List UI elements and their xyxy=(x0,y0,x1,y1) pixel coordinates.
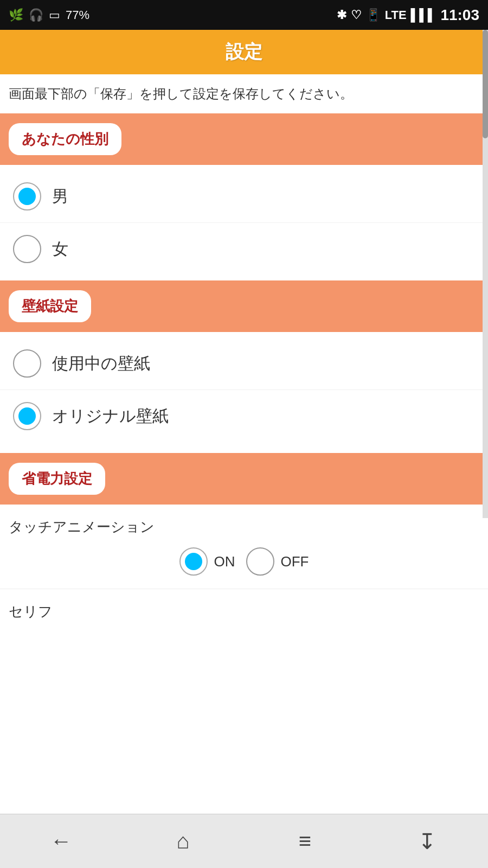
wallpaper-section-label: 壁紙設定 xyxy=(9,290,91,322)
time-display: 11:03 xyxy=(440,7,479,24)
wallpaper-current-option[interactable]: 使用中の壁紙 xyxy=(0,337,488,390)
page-title: 設定 xyxy=(10,40,478,65)
touch-animation-row: タッチアニメーション ON OFF xyxy=(0,505,488,589)
wallpaper-current-radio[interactable] xyxy=(13,349,41,378)
download-icon: ↧ xyxy=(418,829,436,854)
toggle-on-label: ON xyxy=(214,553,235,570)
scrollbar-thumb[interactable] xyxy=(483,30,488,138)
wallpaper-original-label: オリジナル壁紙 xyxy=(52,405,169,427)
back-icon: ← xyxy=(50,829,72,853)
toggle-off-option[interactable]: OFF xyxy=(246,547,309,576)
gender-female-label: 女 xyxy=(52,238,68,260)
toggle-on-radio[interactable] xyxy=(179,547,208,576)
wallpaper-original-option[interactable]: オリジナル壁紙 xyxy=(0,390,488,442)
wallpaper-section-header: 壁紙設定 xyxy=(0,280,488,332)
gender-radio-group: 男 女 xyxy=(0,165,488,280)
wallpaper-radio-group: 使用中の壁紙 オリジナル壁紙 xyxy=(0,332,488,448)
signal-icon: ▌▌▌ xyxy=(411,8,436,22)
status-right-icons: ✱ ♡ 📱 LTE ▌▌▌ 11:03 xyxy=(337,7,479,24)
home-button[interactable]: ⌂ xyxy=(156,822,210,860)
wallpaper-current-label: 使用中の壁紙 xyxy=(52,353,150,375)
power-section-label: 省電力設定 xyxy=(9,463,105,495)
wallpaper-original-radio[interactable] xyxy=(13,402,41,430)
toggle-row: ON OFF xyxy=(9,547,479,576)
heart-icon: ♡ xyxy=(351,8,362,22)
gender-male-radio[interactable] xyxy=(13,182,41,210)
touch-animation-label: タッチアニメーション xyxy=(9,518,479,537)
menu-icon: ≡ xyxy=(299,829,311,853)
gender-section-header: あなたの性別 xyxy=(0,113,488,165)
toggle-on-option[interactable]: ON xyxy=(179,547,235,576)
toggle-on-radio-inner xyxy=(185,553,202,570)
home-icon: ⌂ xyxy=(176,829,189,853)
power-section: 省電力設定 タッチアニメーション ON OFF セリフ xyxy=(0,453,488,627)
back-button[interactable]: ← xyxy=(34,822,88,860)
battery-percent: 77% xyxy=(66,8,89,22)
info-text: 画面最下部の「保存」を押して設定を保存してください。 xyxy=(0,74,488,113)
bottom-nav: ← ⌂ ≡ ↧ xyxy=(0,814,488,868)
gender-male-radio-inner xyxy=(18,188,36,205)
headphone-icon: 🎧 xyxy=(29,8,43,22)
toggle-off-label: OFF xyxy=(281,553,309,570)
gender-section-label: あなたの性別 xyxy=(9,123,121,155)
scrollbar[interactable] xyxy=(483,30,488,518)
box-icon: ▭ xyxy=(49,8,60,22)
bluetooth-icon: ✱ xyxy=(337,8,346,22)
download-button[interactable]: ↧ xyxy=(400,822,454,860)
gender-female-option[interactable]: 女 xyxy=(0,223,488,275)
title-bar: 設定 xyxy=(0,30,488,74)
status-bar: 🌿 🎧 ▭ 77% ✱ ♡ 📱 LTE ▌▌▌ 11:03 xyxy=(0,0,488,30)
status-left-icons: 🌿 🎧 ▭ 77% xyxy=(9,8,89,22)
lte-label: LTE xyxy=(385,8,407,22)
leaf-icon: 🌿 xyxy=(9,8,23,22)
gender-female-radio[interactable] xyxy=(13,235,41,263)
power-section-header: 省電力設定 xyxy=(0,453,488,505)
gender-male-label: 男 xyxy=(52,186,68,208)
serif-label: セリフ xyxy=(0,589,488,627)
toggle-off-radio[interactable] xyxy=(246,547,274,576)
gender-male-option[interactable]: 男 xyxy=(0,170,488,223)
phone-icon: 📱 xyxy=(366,8,381,22)
menu-button[interactable]: ≡ xyxy=(278,822,332,860)
wallpaper-original-radio-inner xyxy=(18,407,36,425)
